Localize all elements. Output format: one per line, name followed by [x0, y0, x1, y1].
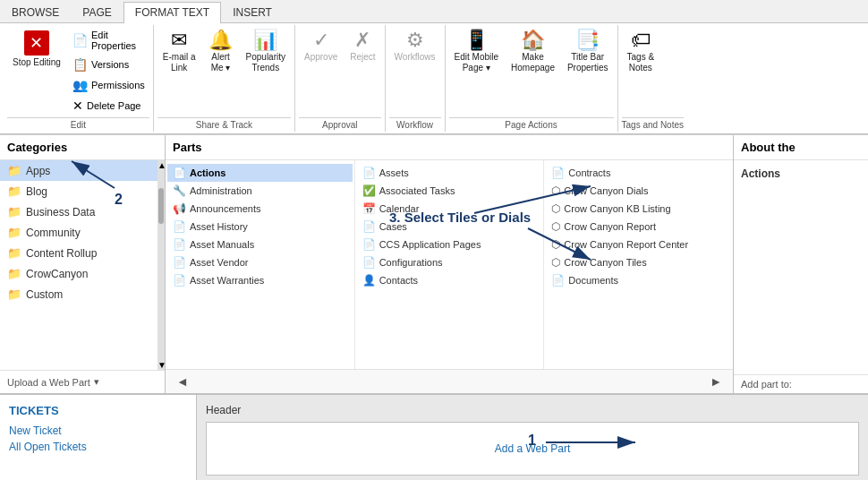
- ribbon-group-workflow: ⚙ Workflows Workflow: [386, 25, 446, 132]
- part-icon-documents: 📄: [551, 274, 565, 287]
- part-label-crow-dials: Crow Canyon Dials: [564, 185, 648, 196]
- part-item-asset-manuals[interactable]: 📄 Asset Manuals: [167, 236, 353, 253]
- email-link-button[interactable]: ✉ E-mail aLink: [157, 27, 201, 77]
- part-item-administration[interactable]: 🔧 Administration: [167, 182, 353, 200]
- part-item-announcements[interactable]: 📢 Announcements: [167, 200, 353, 218]
- title-bar-props-button[interactable]: 📑 Title BarProperties: [562, 27, 614, 77]
- header-box: Add a Web Part: [206, 422, 859, 476]
- categories-content: 📁 Apps 📁 Blog 📁 Business Data: [0, 160, 157, 370]
- tags-notes-button[interactable]: 🏷 Tags &Notes: [622, 27, 660, 77]
- permissions-icon: 👥: [72, 78, 88, 92]
- edit-mobile-icon: 📱: [464, 30, 489, 50]
- part-item-crow-report[interactable]: ⬡ Crow Canyon Report: [546, 218, 731, 236]
- part-icon-crow-tiles: ⬡: [551, 256, 560, 269]
- part-icon-assets: 📄: [362, 167, 376, 179]
- email-link-label: E-mail aLink: [163, 52, 196, 73]
- part-icon-tasks: ✅: [362, 184, 376, 197]
- part-item-ccs-app-pages[interactable]: 📄 CCS Application Pages: [357, 236, 542, 253]
- popularity-trends-button[interactable]: 📊 PopularityTrends: [241, 27, 291, 77]
- homepage-icon: 🏠: [521, 30, 545, 50]
- part-item-crow-report-center[interactable]: ⬡ Crow Canyon Report Center: [546, 236, 731, 253]
- part-item-crow-tiles[interactable]: ⬡ Crow Canyon Tiles: [546, 253, 731, 271]
- part-icon-contacts: 👤: [362, 274, 376, 287]
- all-open-tickets-link[interactable]: All Open Tickets: [9, 441, 187, 453]
- categories-scrollbar[interactable]: ▲ ▼: [157, 160, 165, 370]
- email-icon: ✉: [171, 30, 187, 50]
- scroll-thumb[interactable]: [158, 188, 164, 224]
- ribbon-group-edit: ✕ Stop Editing 📄 Edit Properties 📋 V: [4, 25, 154, 132]
- make-homepage-button[interactable]: 🏠 MakeHomepage: [506, 27, 560, 77]
- part-item-actions[interactable]: 📄 Actions: [167, 164, 353, 182]
- add-web-part-area[interactable]: Add a Web Part: [495, 442, 571, 455]
- stop-icon: ✕: [24, 30, 49, 56]
- cat-item-blog[interactable]: 📁 Blog: [0, 181, 157, 201]
- tab-page[interactable]: PAGE: [71, 2, 123, 22]
- cat-item-community[interactable]: 📁 Community: [0, 222, 157, 243]
- cat-label-crowcanyon: CrowCanyon: [26, 268, 88, 280]
- part-icon-contracts: 📄: [551, 167, 565, 179]
- part-item-crow-kb[interactable]: ⬡ Crow Canyon KB Listing: [546, 200, 731, 218]
- tab-format-text[interactable]: FORMAT TEXT: [123, 2, 221, 23]
- scroll-up[interactable]: ▲: [157, 160, 165, 170]
- part-item-asset-history[interactable]: 📄 Asset History: [167, 218, 353, 236]
- part-label-ccs: CCS Application Pages: [379, 239, 481, 250]
- ribbon-group-page-actions: 📱 Edit MobilePage ▾ 🏠 MakeHomepage 📑 Tit…: [446, 25, 618, 132]
- cat-item-apps[interactable]: 📁 Apps: [0, 160, 157, 181]
- cat-item-custom[interactable]: 📁 Custom: [0, 284, 157, 304]
- part-item-contacts[interactable]: 👤 Contacts: [357, 271, 542, 289]
- part-label-contracts: Contracts: [568, 167, 610, 178]
- part-label-announcements: Announcements: [190, 203, 261, 214]
- title-bar-label: Title BarProperties: [567, 52, 608, 73]
- approve-button[interactable]: ✓ Approve: [299, 27, 343, 66]
- ribbon-group-tags-notes: 🏷 Tags &Notes Tags and Notes: [618, 25, 688, 132]
- edit-properties-button[interactable]: 📄 Edit Properties: [68, 27, 149, 54]
- part-icon-crow-kb: ⬡: [551, 202, 560, 215]
- tab-browse[interactable]: BROWSE: [0, 2, 71, 22]
- edit-mobile-label: Edit MobilePage ▾: [455, 52, 498, 73]
- alert-me-button[interactable]: 🔔 AlertMe ▾: [203, 27, 239, 77]
- part-label-actions: Actions: [190, 167, 226, 178]
- add-web-part-label: Add a Web Part: [495, 442, 571, 455]
- part-item-associated-tasks[interactable]: ✅ Associated Tasks: [357, 182, 542, 200]
- part-item-asset-vendor[interactable]: 📄 Asset Vendor: [167, 253, 353, 271]
- reject-button[interactable]: ✗ Reject: [345, 27, 380, 66]
- ribbon-group-approval-items: ✓ Approve ✗ Reject: [299, 27, 381, 116]
- about-panel: About the Actions Add part to:: [734, 135, 868, 393]
- part-item-contracts[interactable]: 📄 Contracts: [546, 164, 731, 182]
- part-item-assets[interactable]: 📄 Assets: [357, 164, 542, 182]
- edit-props-icon: 📄: [72, 33, 88, 47]
- part-item-asset-warranties[interactable]: 📄 Asset Warranties: [167, 271, 353, 289]
- parts-columns: 📄 Actions 🔧 Administration 📢 Announcemen…: [166, 160, 733, 369]
- reject-label: Reject: [350, 52, 375, 63]
- delete-page-button[interactable]: ✕ Delete Page: [68, 96, 149, 116]
- part-item-calendar[interactable]: 📅 Calendar: [357, 200, 542, 218]
- scroll-down[interactable]: ▼: [157, 360, 165, 370]
- tab-insert[interactable]: INSERT: [221, 2, 284, 22]
- new-ticket-link[interactable]: New Ticket: [9, 424, 187, 437]
- versions-button[interactable]: 📋 Versions: [68, 55, 149, 74]
- approve-label: Approve: [304, 52, 337, 63]
- part-item-cases[interactable]: 📄 Cases: [357, 218, 542, 236]
- cat-item-business-data[interactable]: 📁 Business Data: [0, 201, 157, 222]
- part-item-documents[interactable]: 📄 Documents: [546, 271, 731, 289]
- popularity-label: PopularityTrends: [246, 52, 285, 73]
- cat-icon-content-rollup: 📁: [7, 246, 21, 260]
- part-item-configurations[interactable]: 📄 Configurations: [357, 253, 542, 271]
- edit-mobile-button[interactable]: 📱 Edit MobilePage ▾: [449, 27, 504, 77]
- upload-web-part-button[interactable]: Upload a Web Part ▾: [0, 370, 165, 393]
- permissions-button[interactable]: 👥 Permissions: [68, 75, 149, 95]
- parts-panel: Parts 📄 Actions 🔧 Administration: [166, 135, 734, 393]
- cat-item-content-rollup[interactable]: 📁 Content Rollup: [0, 243, 157, 263]
- cat-item-crowcanyon[interactable]: 📁 CrowCanyon: [0, 263, 157, 284]
- part-label-cases: Cases: [379, 221, 407, 232]
- ribbon-group-edit-items: ✕ Stop Editing 📄 Edit Properties 📋 V: [7, 27, 149, 116]
- workflows-button[interactable]: ⚙ Workflows: [389, 27, 441, 66]
- cat-label-apps: Apps: [26, 165, 50, 177]
- parts-nav-next[interactable]: ►: [704, 373, 728, 390]
- part-label-crow-report: Crow Canyon Report: [564, 221, 656, 232]
- stop-editing-button[interactable]: ✕ Stop Editing: [7, 27, 66, 72]
- title-bar-icon: 📑: [575, 30, 600, 50]
- main-content-wrapper: Categories 📁 Apps 📁 Blog: [0, 135, 868, 480]
- part-item-crow-dials[interactable]: ⬡ Crow Canyon Dials: [546, 182, 731, 200]
- parts-nav-prev[interactable]: ◄: [171, 373, 194, 390]
